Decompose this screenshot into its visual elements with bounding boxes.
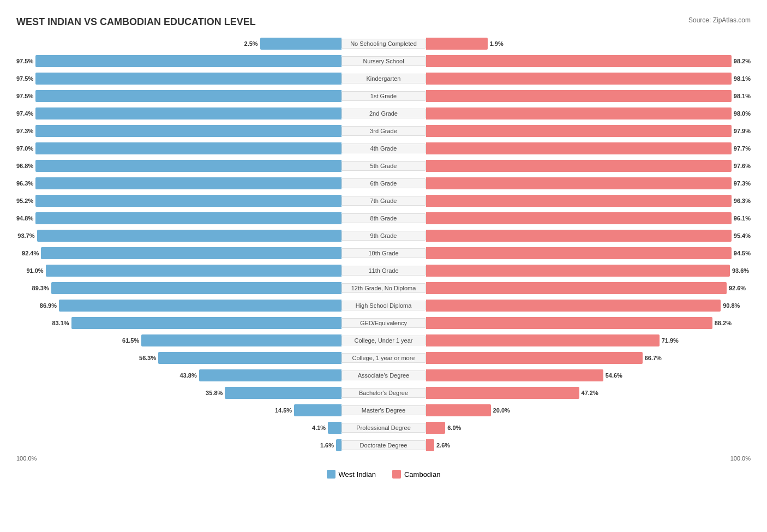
category-label: College, 1 year or more: [341, 353, 426, 363]
left-value: 97.3%: [16, 128, 33, 134]
right-value: 90.8%: [723, 302, 740, 309]
left-bar: [225, 387, 341, 399]
category-label: 6th Grade: [341, 178, 426, 188]
left-section: 61.5%: [16, 334, 341, 346]
left-value: 35.8%: [206, 390, 223, 396]
category-label: 11th Grade: [341, 266, 426, 276]
category-label: Kindergarten: [341, 74, 426, 83]
right-value: 97.3%: [734, 180, 751, 187]
left-section: 97.5%: [16, 73, 341, 85]
category-label: 8th Grade: [341, 213, 426, 223]
right-value: 47.2%: [582, 390, 598, 396]
right-value: 93.6%: [732, 267, 749, 274]
right-bar: [426, 230, 732, 242]
left-section: 93.7%: [16, 230, 341, 242]
table-row: 97.0% 4th Grade 97.7%: [16, 141, 751, 156]
left-bar: [141, 334, 341, 346]
right-value: 98.1%: [734, 93, 751, 99]
left-section: 95.2%: [16, 195, 341, 207]
right-section: 98.2%: [426, 55, 751, 67]
left-value: 97.5%: [16, 58, 33, 64]
left-section: 89.3%: [16, 282, 341, 294]
left-section: 43.8%: [16, 369, 341, 381]
left-bar: [35, 125, 341, 137]
right-section: 90.8%: [426, 300, 751, 312]
right-value: 6.0%: [447, 425, 461, 431]
left-value: 2.5%: [244, 40, 258, 47]
right-section: 92.6%: [426, 282, 751, 294]
left-value: 4.1%: [312, 425, 326, 431]
right-section: 98.1%: [426, 90, 751, 102]
left-bar: [71, 317, 341, 329]
left-value: 94.8%: [16, 215, 33, 222]
right-bar: [426, 142, 732, 154]
left-section: 1.6%: [16, 439, 341, 451]
table-row: 97.5% Kindergarten 98.1%: [16, 71, 751, 86]
category-label: 4th Grade: [341, 144, 426, 153]
left-value: 97.5%: [16, 75, 33, 82]
left-bar: [59, 300, 341, 312]
left-section: 56.3%: [16, 352, 341, 364]
left-bar: [35, 195, 341, 207]
right-section: 96.1%: [426, 212, 751, 224]
left-value: 83.1%: [52, 320, 69, 326]
table-row: 35.8% Bachelor's Degree 47.2%: [16, 385, 751, 401]
right-section: 71.9%: [426, 334, 751, 346]
left-bar: [46, 265, 341, 277]
right-section: 6.0%: [426, 422, 751, 434]
left-section: 96.8%: [16, 160, 341, 172]
table-row: 14.5% Master's Degree 20.0%: [16, 403, 751, 418]
category-label: Master's Degree: [341, 405, 426, 415]
category-label: 2nd Grade: [341, 109, 426, 118]
left-bar: [35, 90, 341, 102]
table-row: 61.5% College, Under 1 year 71.9%: [16, 333, 751, 348]
right-section: 88.2%: [426, 317, 751, 329]
chart-area: 2.5% No Schooling Completed 1.9% 97.5% N…: [16, 36, 751, 453]
right-value: 54.6%: [606, 372, 622, 379]
left-bar: [158, 352, 341, 364]
right-bar: [426, 195, 732, 207]
left-section: 92.4%: [16, 247, 341, 259]
right-value: 97.7%: [734, 145, 751, 152]
right-value: 92.6%: [729, 285, 746, 291]
table-row: 56.3% College, 1 year or more 66.7%: [16, 350, 751, 366]
table-row: 97.3% 3rd Grade 97.9%: [16, 123, 751, 139]
category-label: 7th Grade: [341, 196, 426, 206]
left-value: 14.5%: [275, 407, 292, 414]
left-value: 95.2%: [16, 198, 33, 204]
right-bar: [426, 247, 732, 259]
right-value: 96.3%: [734, 198, 751, 204]
right-value: 71.9%: [662, 337, 679, 344]
left-bar: [35, 73, 341, 85]
left-value: 93.7%: [17, 232, 34, 239]
category-label: 12th Grade, No Diploma: [341, 283, 426, 293]
left-bar: [35, 55, 341, 67]
right-section: 95.4%: [426, 230, 751, 242]
right-value: 97.9%: [734, 128, 751, 134]
table-row: 94.8% 8th Grade 96.1%: [16, 211, 751, 226]
right-section: 54.6%: [426, 369, 751, 381]
left-bar: [328, 422, 341, 434]
category-label: 10th Grade: [341, 248, 426, 258]
table-row: 92.4% 10th Grade 94.5%: [16, 246, 751, 261]
left-bar: [35, 177, 341, 189]
right-value: 20.0%: [493, 407, 510, 414]
left-bar: [260, 38, 341, 50]
right-bar: [426, 404, 491, 416]
right-section: 66.7%: [426, 352, 751, 364]
right-bar: [426, 38, 488, 50]
category-label: Nursery School: [341, 56, 426, 66]
right-section: 98.1%: [426, 73, 751, 85]
left-value: 56.3%: [139, 355, 156, 361]
right-bar: [426, 369, 603, 381]
x-axis-labels: 100.0% 100.0%: [16, 455, 751, 462]
left-section: 4.1%: [16, 422, 341, 434]
left-value: 89.3%: [32, 285, 49, 291]
legend-color-blue: [327, 470, 335, 479]
right-value: 97.6%: [734, 163, 751, 169]
right-section: 20.0%: [426, 404, 751, 416]
right-bar: [426, 439, 434, 451]
left-value: 43.8%: [179, 372, 196, 379]
x-axis-left: 100.0%: [16, 455, 37, 462]
left-section: 96.3%: [16, 177, 341, 189]
